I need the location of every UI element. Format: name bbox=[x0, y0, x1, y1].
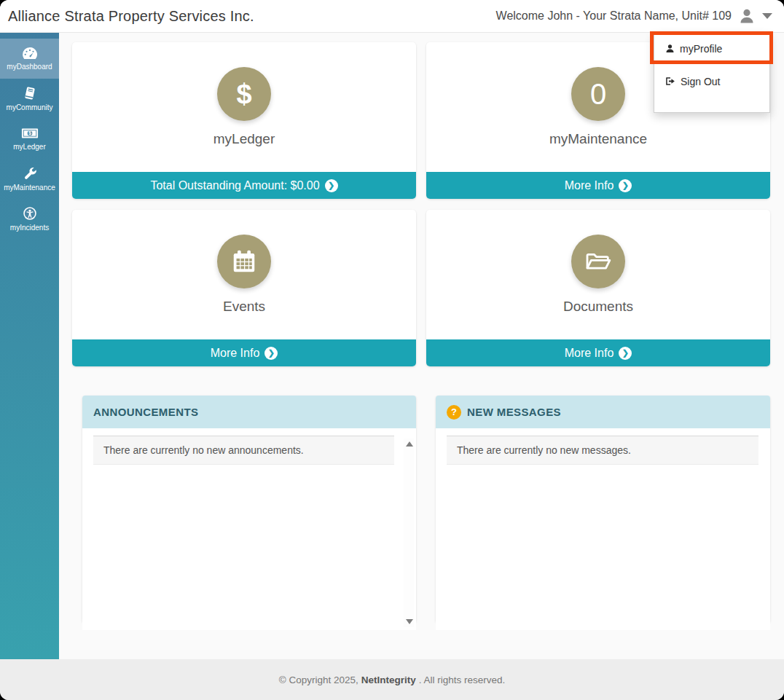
page-footer: © Copyright 2025, NetIntegrity . All rig… bbox=[0, 659, 784, 700]
maintenance-count-badge: 0 bbox=[571, 67, 625, 121]
sidebar-item-mydashboard[interactable]: myDashboard bbox=[0, 39, 59, 79]
sidebar-item-label: myCommunity bbox=[7, 103, 53, 111]
welcome-text: Welcome John - Your Strata Name, Unit# 1… bbox=[496, 9, 732, 23]
card-title: Events bbox=[223, 299, 265, 315]
announcements-panel: ANNOUNCEMENTS There are currently no new… bbox=[82, 396, 416, 623]
wrench-icon bbox=[23, 166, 37, 181]
card-title: Documents bbox=[563, 299, 633, 315]
panel-title: NEW MESSAGES bbox=[467, 406, 561, 418]
top-header: Alliance Strata Property Services Inc. W… bbox=[0, 0, 784, 33]
events-more-info-link[interactable]: More Info ❯ bbox=[72, 339, 416, 366]
sidebar-item-label: myDashboard bbox=[7, 63, 52, 71]
card-title: myLedger bbox=[213, 131, 275, 147]
sidebar-item-mycommunity[interactable]: myCommunity bbox=[0, 79, 59, 119]
mymaintenance-more-info-link[interactable]: More Info ❯ bbox=[426, 172, 770, 199]
dollar-icon: $ bbox=[217, 67, 271, 121]
sidebar-item-label: myIncidents bbox=[10, 224, 49, 232]
documents-more-info-link[interactable]: More Info ❯ bbox=[426, 339, 770, 366]
chevron-circle-right-icon: ❯ bbox=[264, 347, 278, 360]
card-footer-label: More Info bbox=[565, 347, 614, 360]
app-window: Alliance Strata Property Services Inc. W… bbox=[0, 0, 784, 700]
card-footer-label: Total Outstanding Amount: $0.00 bbox=[150, 179, 319, 192]
dashboard-icon bbox=[22, 47, 38, 60]
svg-text:$: $ bbox=[28, 130, 31, 136]
card-myledger: $ myLedger Total Outstanding Amount: $0.… bbox=[72, 42, 416, 199]
copyright-suffix: . All rights reserved. bbox=[419, 675, 506, 685]
menu-item-label: Sign Out bbox=[681, 76, 720, 87]
scroll-down-icon[interactable] bbox=[406, 619, 413, 624]
card-documents: Documents More Info ❯ bbox=[426, 210, 770, 366]
chevron-down-icon[interactable] bbox=[762, 13, 772, 19]
sidebar-item-label: myLedger bbox=[13, 143, 45, 151]
chevron-circle-right-icon: ❯ bbox=[325, 179, 338, 192]
menu-item-sign-out[interactable]: Sign Out bbox=[654, 66, 769, 96]
myledger-outstanding-link[interactable]: Total Outstanding Amount: $0.00 ❯ bbox=[72, 172, 416, 199]
announcements-empty-row: There are currently no new announcements… bbox=[93, 436, 394, 465]
sidebar-item-myledger[interactable]: $ myLedger bbox=[0, 119, 59, 159]
book-icon bbox=[23, 86, 37, 101]
new-messages-panel: ? NEW MESSAGES There are currently no ne… bbox=[436, 396, 770, 623]
user-avatar-icon[interactable] bbox=[738, 7, 756, 25]
help-icon[interactable]: ? bbox=[447, 405, 461, 420]
money-bill-icon: $ bbox=[21, 127, 39, 140]
card-footer-label: More Info bbox=[211, 347, 260, 360]
messages-empty-row: There are currently no new messages. bbox=[447, 436, 758, 465]
card-events: Events More Info ❯ bbox=[72, 210, 416, 366]
user-dropdown-menu: myProfile Sign Out bbox=[654, 33, 770, 113]
menu-item-label: myProfile bbox=[680, 43, 722, 55]
chevron-circle-right-icon: ❯ bbox=[619, 347, 632, 360]
sidebar-item-myincidents[interactable]: myIncidents bbox=[0, 199, 59, 239]
app-title: Alliance Strata Property Services Inc. bbox=[0, 8, 254, 25]
netintegrity-link[interactable]: NetIntegrity bbox=[361, 675, 416, 685]
sidebar-nav: myDashboard myCommunity bbox=[0, 33, 59, 659]
accessibility-icon bbox=[23, 206, 37, 221]
card-title: myMaintenance bbox=[549, 131, 647, 147]
scrollbar[interactable] bbox=[404, 439, 414, 627]
announcements-panel-header: ANNOUNCEMENTS bbox=[82, 396, 416, 428]
folder-open-icon bbox=[571, 235, 625, 288]
calendar-icon bbox=[217, 235, 271, 288]
sidebar-item-mymaintenance[interactable]: myMaintenance bbox=[0, 159, 59, 199]
copyright-text: © Copyright 2025, bbox=[279, 675, 358, 685]
user-icon bbox=[665, 44, 675, 53]
panel-title: ANNOUNCEMENTS bbox=[93, 406, 198, 418]
scroll-up-icon[interactable] bbox=[406, 441, 413, 447]
chevron-circle-right-icon: ❯ bbox=[619, 179, 632, 192]
menu-item-myprofile[interactable]: myProfile bbox=[654, 34, 769, 63]
sidebar-item-label: myMaintenance bbox=[4, 184, 55, 192]
sign-out-icon bbox=[665, 76, 675, 86]
new-messages-panel-header: ? NEW MESSAGES bbox=[436, 396, 770, 428]
card-footer-label: More Info bbox=[565, 179, 614, 192]
